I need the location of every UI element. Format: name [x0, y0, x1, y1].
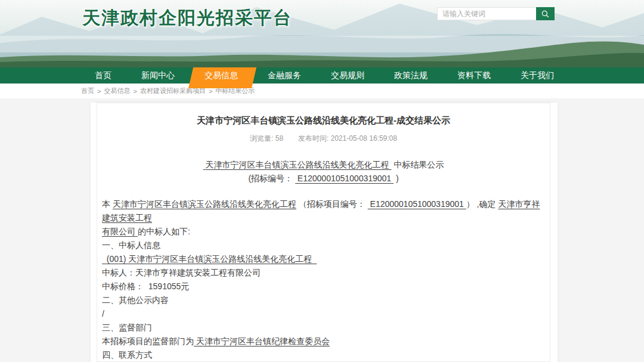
text: 的中标人如下:	[138, 227, 190, 236]
article-line: 有限公司 的中标人如下:	[102, 225, 545, 239]
nav-item[interactable]: 交易信息	[190, 67, 253, 86]
nav-item-label: 政策法规	[394, 70, 428, 80]
breadcrumb: 首页>交易信息>农村建设招标采购项目>中标结果公示	[0, 83, 644, 98]
article-line: 中标价格： 1591055元	[102, 280, 545, 293]
text: /	[102, 309, 104, 318]
underlined-text: (001) 天津市宁河区丰台镇滨玉公路线沿线美化亮化工程	[102, 254, 317, 264]
nav-item[interactable]: 资料下载	[442, 67, 506, 83]
breadcrumb-separator: >	[133, 88, 137, 95]
main-nav: 首页新闻中心交易信息金融服务交易规则政策法规资料下载关于我们	[0, 67, 644, 83]
publish-label: 发布时间:	[298, 134, 329, 143]
article-line: 中标人：天津市亨祥建筑安装工程有限公司	[102, 266, 545, 280]
nav-item[interactable]: 新闻中心	[126, 67, 190, 83]
text: 本招标项目的监督部门为	[102, 336, 194, 346]
article-line: 三、监督部门	[102, 321, 545, 335]
site-title: 天津政村企阳光招采平台	[82, 6, 292, 30]
underlined-text: E1200001051000319001	[368, 199, 466, 209]
nav-item-label: 首页	[95, 70, 112, 80]
text: 四、联系方式	[102, 350, 152, 360]
header-banner: 天津政村企阳光招采平台	[0, 0, 644, 67]
nav-item-label: 交易规则	[331, 70, 364, 80]
underlined-text: 天津市宁河区丰台镇纪律检查委员会	[194, 336, 330, 346]
text: （招标项目编号：	[296, 199, 368, 209]
nav-item-label: 交易信息	[205, 70, 238, 80]
nav-item[interactable]: 交易规则	[316, 67, 379, 83]
article-title: 天津市宁河区丰台镇滨玉公路线沿线美化亮化工程-成交结果公示	[102, 115, 545, 126]
nav-item-label: 新闻中心	[141, 70, 175, 80]
article: 天津市宁河区丰台镇滨玉公路线沿线美化亮化工程-成交结果公示 浏览量: 58 发布…	[97, 103, 550, 362]
article-line: 本招标项目的监督部门为 天津市宁河区丰台镇纪律检查委员会	[102, 335, 545, 348]
breadcrumb-separator: >	[209, 88, 212, 95]
text: 本	[102, 199, 113, 209]
content-card: 天津市宁河区丰台镇滨玉公路线沿线美化亮化工程-成交结果公示 浏览量: 58 发布…	[91, 103, 558, 362]
nav-item[interactable]: 首页	[80, 67, 126, 83]
text: )	[394, 174, 399, 183]
text: 中标结果公示	[391, 160, 444, 169]
text: ） ,确定	[466, 199, 499, 209]
views-label: 浏览量:	[250, 134, 273, 143]
article-line: (001) 天津市宁河区丰台镇滨玉公路线沿线美化亮化工程	[102, 252, 545, 266]
views-value: 58	[275, 134, 283, 143]
nav-item[interactable]: 关于我们	[506, 67, 569, 83]
article-line: 四、联系方式	[102, 348, 545, 362]
nav-item-label: 金融服务	[268, 70, 301, 80]
search-input[interactable]	[437, 7, 536, 20]
breadcrumb-item[interactable]: 首页	[81, 86, 94, 95]
text: 三、监督部门	[102, 323, 152, 332]
nav-menu: 首页新闻中心交易信息金融服务交易规则政策法规资料下载关于我们	[0, 67, 644, 83]
nav-item-label: 资料下载	[457, 70, 491, 80]
search-bar	[437, 7, 555, 20]
article-meta: 浏览量: 58 发布时间: 2021-05-08 16:59:08	[102, 134, 545, 144]
nav-item[interactable]: 政策法规	[379, 67, 442, 83]
underlined-text: E1200001051000319001	[295, 174, 394, 183]
text: (招标编号：	[248, 174, 295, 183]
breadcrumb-separator: >	[97, 88, 101, 95]
underlined-text: 有限公司	[102, 227, 138, 236]
article-body: 天津市宁河区丰台镇滨玉公路线沿线美化亮化工程 中标结果公示(招标编号： E120…	[102, 158, 545, 362]
article-line: /	[102, 307, 545, 321]
publish-time: 2021-05-08 16:59:08	[330, 134, 397, 143]
text: 二、其他公示内容	[102, 295, 169, 305]
main-area: 天津市宁河区丰台镇滨玉公路线沿线美化亮化工程-成交结果公示 浏览量: 58 发布…	[0, 103, 644, 362]
breadcrumb-item[interactable]: 交易信息	[104, 86, 130, 95]
nav-item[interactable]: 金融服务	[253, 67, 316, 83]
underlined-text: 天津市宁河区丰台镇滨玉公路线沿线美化亮化工程	[203, 160, 392, 169]
underlined-text: 天津市宁河区丰台镇滨玉公路线沿线美化亮化工程	[113, 199, 296, 209]
search-icon	[541, 10, 550, 18]
article-line: 天津市宁河区丰台镇滨玉公路线沿线美化亮化工程 中标结果公示	[102, 158, 545, 172]
text: 中标价格： 1591055元	[102, 281, 189, 291]
article-line: 本 天津市宁河区丰台镇滨玉公路线沿线美化亮化工程 （招标项目编号： E12000…	[102, 197, 545, 225]
article-line: (招标编号： E1200001051000319001 )	[102, 172, 545, 185]
text: 中标人：天津市亨祥建筑安装工程有限公司	[102, 268, 261, 277]
nav-item-label: 关于我们	[521, 70, 554, 80]
text: 一、中标人信息	[102, 240, 160, 250]
article-line: 一、中标人信息	[102, 239, 545, 252]
article-line: 二、其他公示内容	[102, 293, 545, 307]
search-button[interactable]	[536, 7, 555, 20]
